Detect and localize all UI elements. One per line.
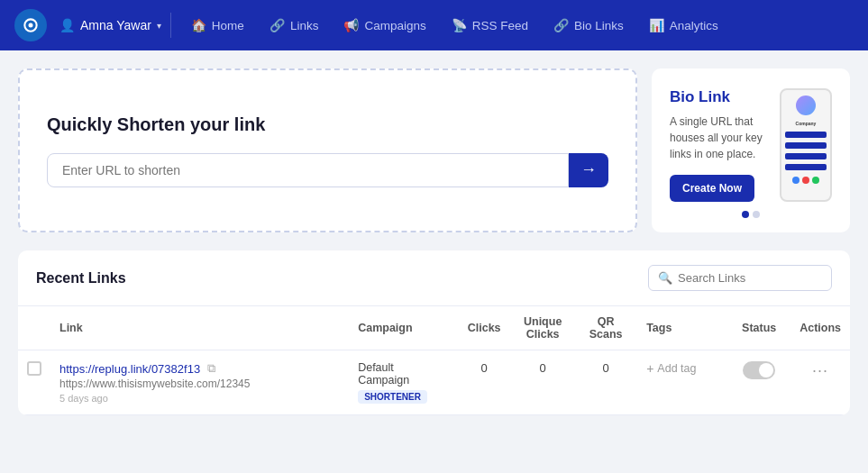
- plus-icon: +: [646, 361, 653, 376]
- table-row: https://replug.link/07382f13 ⧉ https://w…: [18, 350, 850, 415]
- nav-item-rss[interactable]: 📡 RSS Feed: [439, 0, 541, 50]
- recent-links-card: Recent Links 🔍 Link Campaign: [18, 250, 850, 415]
- col-header-check: [18, 306, 50, 350]
- clicks-count: 0: [481, 361, 488, 375]
- row-actions-cell: ···: [790, 350, 850, 415]
- social-dot-blue: [792, 177, 799, 184]
- campaigns-icon: 📢: [343, 18, 359, 32]
- bio-links-icon: 🔗: [553, 18, 569, 32]
- short-url-link[interactable]: https://replug.link/07382f13: [59, 362, 200, 376]
- bio-phone-mockup: Company: [780, 88, 832, 202]
- social-dot-green: [812, 177, 819, 184]
- col-header-campaign: Campaign: [349, 306, 457, 350]
- url-input[interactable]: [47, 153, 569, 187]
- navbar: 👤 Amna Yawar ▾ 🏠 Home 🔗 Links 📢 Campaign…: [0, 0, 868, 50]
- main-content: Quickly Shorten your link → Bio Link A s…: [0, 50, 868, 433]
- row-checkbox[interactable]: [27, 361, 41, 376]
- col-header-tags: Tags: [637, 306, 727, 350]
- links-header: Recent Links 🔍: [18, 250, 850, 305]
- col-header-status: Status: [727, 306, 790, 350]
- bio-phone-btn-2: [785, 142, 827, 149]
- bio-phone-btn-4: [785, 164, 827, 170]
- campaign-name: Default Campaign: [358, 361, 448, 387]
- row-qr-scans-cell: 0: [574, 350, 637, 415]
- nav-item-links[interactable]: 🔗 Links: [257, 0, 332, 50]
- bio-link-card: Bio Link A single URL that houses all yo…: [652, 68, 850, 232]
- app-logo: [14, 9, 47, 41]
- nav-item-biolinks[interactable]: 🔗 Bio Links: [541, 0, 636, 50]
- row-clicks-cell: 0: [457, 350, 511, 415]
- home-icon: 🏠: [191, 18, 206, 32]
- svg-point-1: [29, 23, 33, 28]
- actions-menu-button[interactable]: ···: [812, 361, 828, 379]
- search-box: 🔍: [648, 265, 832, 291]
- col-header-clicks: Clicks: [457, 306, 511, 350]
- nav-item-campaigns[interactable]: 📢 Campaigns: [331, 0, 438, 50]
- shortener-badge: SHORTENER: [358, 390, 427, 404]
- row-unique-clicks-cell: 0: [511, 350, 574, 415]
- nav-item-home[interactable]: 🏠 Home: [178, 0, 257, 50]
- links-table: Link Campaign Clicks Unique Clicks QR Sc: [18, 305, 850, 415]
- analytics-icon: 📊: [649, 18, 664, 32]
- user-menu[interactable]: 👤 Amna Yawar ▾: [50, 13, 171, 38]
- table-header-row: Link Campaign Clicks Unique Clicks QR Sc: [18, 306, 850, 350]
- links-table-wrap: Link Campaign Clicks Unique Clicks QR Sc: [18, 305, 850, 415]
- search-icon: 🔍: [658, 271, 672, 285]
- shorten-submit-button[interactable]: →: [569, 153, 608, 187]
- unique-clicks-count: 0: [540, 361, 546, 375]
- row-campaign-cell: Default Campaign SHORTENER: [349, 350, 457, 415]
- copy-icon[interactable]: ⧉: [207, 361, 215, 376]
- row-checkbox-cell: [18, 350, 50, 415]
- bio-create-button[interactable]: Create Now: [670, 175, 754, 202]
- search-input[interactable]: [678, 271, 822, 285]
- carousel-dot-1: [742, 211, 749, 218]
- shorten-title: Quickly Shorten your link: [47, 114, 608, 135]
- row-status-cell: [727, 350, 790, 415]
- status-toggle[interactable]: [743, 361, 775, 379]
- col-header-link: Link: [50, 306, 349, 350]
- col-header-unique-clicks: Unique Clicks: [511, 306, 574, 350]
- carousel-dot-2: [753, 211, 760, 218]
- bio-phone-company: Company: [796, 121, 817, 126]
- user-avatar-icon: 👤: [59, 18, 75, 32]
- add-tag-button[interactable]: + Add tag: [646, 361, 718, 376]
- shorten-input-row: →: [47, 153, 608, 187]
- top-row: Quickly Shorten your link → Bio Link A s…: [18, 68, 850, 232]
- social-dot-red: [802, 177, 809, 184]
- bio-phone-btn-1: [785, 132, 827, 138]
- bio-phone-btn-3: [785, 153, 827, 159]
- links-icon: 🔗: [270, 18, 285, 32]
- rss-icon: 📡: [452, 18, 467, 32]
- nav-links: 🏠 Home 🔗 Links 📢 Campaigns 📡 RSS Feed 🔗 …: [178, 0, 854, 50]
- original-url: https://www.thisismywebsite.com/12345: [59, 377, 340, 390]
- row-tags-cell: + Add tag: [637, 350, 727, 415]
- bio-link-title: Bio Link: [670, 88, 767, 106]
- bio-phone-avatar: [796, 96, 816, 115]
- carousel-dots: [670, 211, 832, 218]
- user-name: Amna Yawar: [80, 18, 151, 32]
- col-header-actions: Actions: [790, 306, 850, 350]
- qr-scans-count: 0: [603, 361, 609, 375]
- recent-links-title: Recent Links: [36, 270, 126, 287]
- shorten-card: Quickly Shorten your link →: [18, 68, 637, 232]
- link-time-ago: 5 days ago: [59, 393, 340, 404]
- bio-link-description: A single URL that houses all your key li…: [670, 114, 767, 162]
- add-tag-label: Add tag: [657, 362, 696, 375]
- bio-phone-social-icons: [792, 177, 819, 184]
- row-link-cell: https://replug.link/07382f13 ⧉ https://w…: [50, 350, 349, 415]
- nav-item-analytics[interactable]: 📊 Analytics: [636, 0, 731, 50]
- chevron-down-icon: ▾: [157, 21, 161, 31]
- arrow-right-icon: →: [580, 160, 597, 179]
- col-header-qr-scans: QR Scans: [574, 306, 637, 350]
